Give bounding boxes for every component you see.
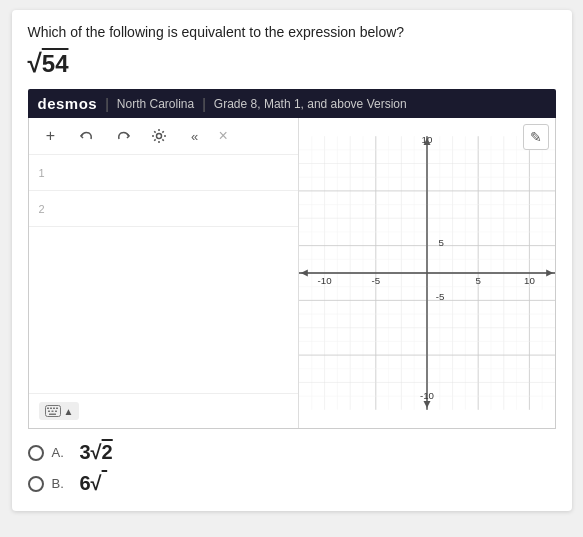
graph-area: 10 -10 5 10 -5 -10 5 -5 ✎ — [299, 118, 555, 428]
main-area: + « × 1 — [28, 118, 556, 429]
answer-math-a: 3√2 — [80, 441, 113, 464]
close-button[interactable]: × — [219, 127, 228, 145]
answer-label-b: B. — [52, 476, 72, 491]
sidebar-footer: ▲ — [29, 393, 298, 428]
add-expression-button[interactable]: + — [39, 124, 63, 148]
undo-button[interactable] — [75, 124, 99, 148]
redo-button[interactable] — [111, 124, 135, 148]
state-label: North Carolina — [117, 97, 194, 111]
edit-icon: ✎ — [530, 129, 542, 145]
question-text: Which of the following is equivalent to … — [28, 24, 556, 40]
svg-rect-5 — [56, 408, 58, 410]
desmos-header: desmos | North Carolina | Grade 8, Math … — [28, 89, 556, 118]
svg-rect-8 — [55, 411, 57, 413]
row-number-2: 2 — [39, 203, 55, 215]
answer-b-radicand — [102, 472, 108, 494]
answer-a-radicand: 2 — [102, 441, 113, 463]
redo-icon — [115, 128, 131, 144]
radicand: 54 — [42, 50, 69, 77]
answer-math-b: 6√ — [80, 472, 108, 495]
sidebar: + « × 1 — [29, 118, 299, 428]
collapse-icon: « — [191, 129, 198, 144]
svg-text:10: 10 — [524, 275, 535, 286]
keyboard-icon — [45, 405, 61, 417]
expression-row-1: 1 — [29, 155, 298, 191]
expression-display: √54 — [28, 48, 556, 79]
svg-text:-5: -5 — [435, 291, 444, 302]
keyboard-button[interactable]: ▲ — [39, 402, 80, 420]
radio-a[interactable] — [28, 445, 44, 461]
svg-rect-4 — [53, 408, 55, 410]
collapse-button[interactable]: « — [183, 124, 207, 148]
svg-rect-6 — [48, 411, 50, 413]
keyboard-arrow-icon: ▲ — [64, 406, 74, 417]
svg-point-0 — [156, 134, 161, 139]
answer-row-b: B. 6√ — [28, 472, 556, 495]
svg-text:-5: -5 — [371, 275, 380, 286]
svg-text:5: 5 — [438, 237, 443, 248]
separator-1: | — [105, 96, 109, 112]
sidebar-toolbar: + « × — [29, 118, 298, 155]
main-card: Which of the following is equivalent to … — [12, 10, 572, 511]
answer-label-a: A. — [52, 445, 72, 460]
undo-icon — [79, 128, 95, 144]
graph-edit-button[interactable]: ✎ — [523, 124, 549, 150]
settings-button[interactable] — [147, 124, 171, 148]
desmos-logo: desmos — [38, 95, 98, 112]
expression-input-2[interactable] — [55, 201, 288, 216]
expression-row-2: 2 — [29, 191, 298, 227]
radio-b[interactable] — [28, 476, 44, 492]
answer-choices: A. 3√2 B. 6√ — [28, 441, 556, 495]
answer-row-a: A. 3√2 — [28, 441, 556, 464]
svg-text:-10: -10 — [317, 275, 332, 286]
coordinate-graph: 10 -10 5 10 -5 -10 5 -5 — [299, 118, 555, 428]
gear-icon — [151, 128, 167, 144]
row-number-1: 1 — [39, 167, 55, 179]
svg-rect-7 — [51, 411, 53, 413]
svg-text:5: 5 — [475, 275, 480, 286]
subtitle-label: Grade 8, Math 1, and above Version — [214, 97, 407, 111]
sqrt-symbol: √54 — [28, 48, 69, 79]
svg-rect-3 — [50, 408, 52, 410]
expression-input-1[interactable] — [55, 165, 288, 180]
separator-2: | — [202, 96, 206, 112]
svg-rect-9 — [49, 414, 56, 416]
svg-rect-2 — [47, 408, 49, 410]
sidebar-items: 1 2 — [29, 155, 298, 393]
svg-text:-10: -10 — [419, 390, 434, 401]
